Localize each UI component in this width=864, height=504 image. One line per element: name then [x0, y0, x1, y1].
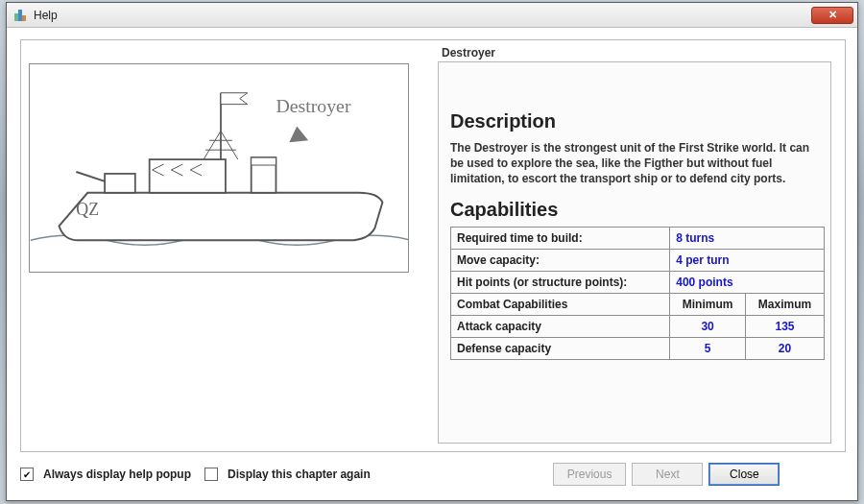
combat-header-min: Minimum: [670, 293, 746, 315]
close-button[interactable]: Close: [708, 463, 780, 486]
table-row: Defense capacity 5 20: [451, 337, 825, 359]
svg-rect-16: [105, 174, 135, 193]
combat-row-label: Defense capacity: [451, 337, 670, 359]
svg-rect-0: [14, 13, 18, 21]
table-row: Attack capacity 30 135: [451, 315, 825, 337]
table-row: Combat Capabilities Minimum Maximum: [451, 293, 825, 315]
content-panel: QZ Destroyer Destroyer Description The D…: [20, 39, 846, 452]
capabilities-table: Required time to build: 8 turns Move cap…: [450, 227, 825, 360]
table-row: Hit points (or structure points): 400 po…: [451, 271, 825, 293]
sketch-title-text: Destroyer: [276, 95, 350, 116]
cap-label: Hit points (or structure points):: [451, 271, 670, 293]
cap-value: 8 turns: [670, 227, 825, 249]
combat-row-max: 135: [746, 315, 825, 337]
svg-rect-4: [150, 159, 226, 193]
cap-value: 400 points: [670, 271, 825, 293]
cap-label: Required time to build:: [451, 227, 670, 249]
always-display-label: Always display help popup: [43, 468, 191, 481]
window-titlebar: Help ✕: [7, 3, 857, 28]
combat-row-min: 5: [670, 337, 746, 359]
svg-rect-19: [252, 157, 276, 165]
capabilities-heading: Capabilities: [450, 199, 819, 221]
svg-rect-2: [22, 15, 26, 21]
window-title: Help: [34, 9, 811, 22]
unit-image-panel: QZ Destroyer: [29, 63, 409, 273]
combat-row-label: Attack capacity: [451, 315, 670, 337]
combat-row-min: 30: [670, 315, 746, 337]
help-window: Help ✕: [6, 2, 858, 501]
previous-button[interactable]: Previous: [553, 463, 627, 486]
hull-mark-text: QZ: [76, 200, 99, 219]
combat-header-max: Maximum: [746, 293, 825, 315]
window-close-button[interactable]: ✕: [811, 7, 853, 24]
table-row: Move capacity: 4 per turn: [451, 249, 825, 271]
table-row: Required time to build: 8 turns: [451, 227, 825, 249]
description-heading: Description: [450, 110, 819, 132]
next-button[interactable]: Next: [632, 463, 703, 486]
display-chapter-label: Display this chapter again: [228, 468, 371, 481]
cap-value: 4 per turn: [670, 249, 825, 271]
destroyer-sketch: QZ Destroyer: [30, 64, 408, 272]
always-display-checkbox[interactable]: ✔: [20, 468, 34, 481]
cap-label: Move capacity:: [451, 249, 670, 271]
footer-bar: ✔ Always display help popup Display this…: [20, 460, 780, 489]
description-panel: Description The Destroyer is the stronge…: [438, 61, 831, 444]
description-text: The Destroyer is the strongest unit of t…: [450, 140, 819, 187]
combat-row-max: 20: [746, 337, 825, 359]
combat-header-label: Combat Capabilities: [451, 293, 670, 315]
app-icon: [12, 8, 28, 23]
svg-rect-1: [18, 10, 22, 21]
close-icon: ✕: [828, 9, 837, 21]
display-chapter-checkbox[interactable]: [204, 468, 218, 481]
unit-title-label: Destroyer: [442, 46, 495, 60]
